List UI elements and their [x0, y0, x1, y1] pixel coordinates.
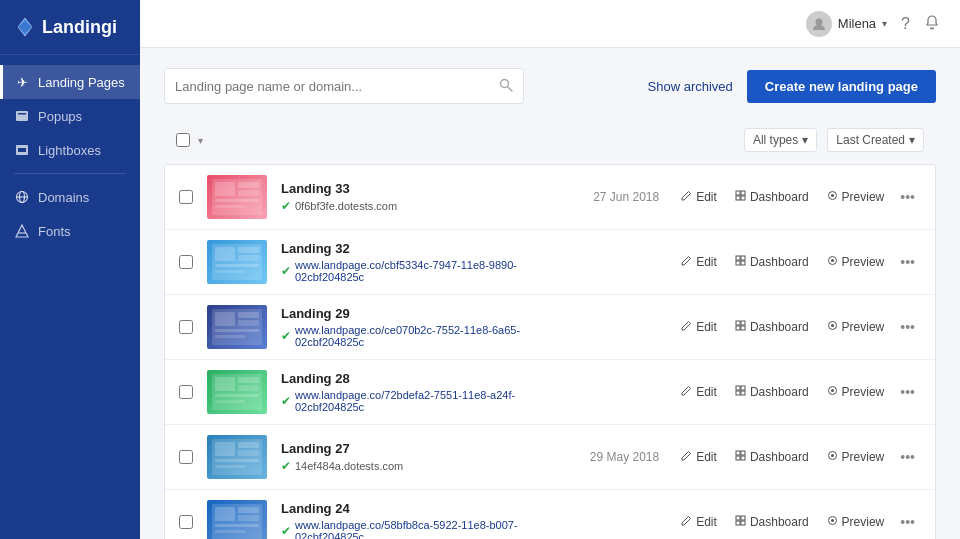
landing-actions: Edit Dashboard	[673, 379, 921, 405]
row-checkbox[interactable]	[179, 320, 193, 334]
select-all-checkbox[interactable]	[176, 133, 190, 147]
svg-rect-55	[215, 394, 259, 397]
domain-check-icon: ✔	[281, 329, 291, 343]
dashboard-icon	[735, 320, 746, 334]
preview-icon	[827, 515, 838, 529]
domain-plain: 14ef484a.dotests.com	[295, 460, 403, 472]
dashboard-label: Dashboard	[750, 255, 809, 269]
sidebar-divider	[14, 173, 126, 174]
svg-marker-9	[16, 225, 28, 237]
sidebar-item-lightboxes[interactable]: Lightboxes	[0, 133, 140, 167]
landing-pages-icon: ✈	[14, 74, 30, 90]
search-icon[interactable]	[499, 78, 513, 95]
notification-icon[interactable]	[924, 14, 940, 34]
edit-icon	[681, 320, 692, 334]
svg-rect-23	[736, 196, 740, 200]
show-archived-link[interactable]: Show archived	[648, 79, 733, 94]
domain-link[interactable]: www.landpage.co/ce070b2c-7552-11e8-6a65-…	[295, 324, 555, 348]
more-actions-button[interactable]: •••	[894, 444, 921, 470]
edit-icon	[681, 515, 692, 529]
landing-list: Landing 33 ✔ 0f6bf3fe.dotests.com 27 Jun…	[164, 164, 936, 539]
svg-rect-71	[736, 456, 740, 460]
dashboard-button[interactable]: Dashboard	[727, 250, 817, 274]
edit-button[interactable]: Edit	[673, 380, 725, 404]
dashboard-icon	[735, 255, 746, 269]
logo[interactable]: Landingi	[0, 0, 140, 55]
edit-label: Edit	[696, 255, 717, 269]
toolbar-right: Show archived Create new landing page	[648, 70, 936, 103]
svg-rect-67	[215, 459, 259, 462]
dashboard-button[interactable]: Dashboard	[727, 380, 817, 404]
edit-button[interactable]: Edit	[673, 250, 725, 274]
more-actions-button[interactable]: •••	[894, 314, 921, 340]
more-actions-button[interactable]: •••	[894, 184, 921, 210]
sidebar-item-domains[interactable]: Domains	[0, 180, 140, 214]
dashboard-button[interactable]: Dashboard	[727, 510, 817, 534]
landing-actions: Edit Dashboard	[673, 444, 921, 470]
more-actions-button[interactable]: •••	[894, 509, 921, 535]
edit-button[interactable]: Edit	[673, 445, 725, 469]
preview-button[interactable]: Preview	[819, 250, 893, 274]
search-input[interactable]	[175, 79, 499, 94]
sidebar-item-fonts[interactable]: Fonts	[0, 214, 140, 248]
svg-rect-34	[741, 256, 745, 260]
svg-rect-5	[18, 148, 26, 152]
domain-link[interactable]: www.landpage.co/72bdefa2-7551-11e8-a24f-…	[295, 389, 555, 413]
svg-point-38	[831, 259, 834, 262]
preview-label: Preview	[842, 385, 885, 399]
edit-button[interactable]: Edit	[673, 510, 725, 534]
svg-rect-83	[736, 521, 740, 525]
more-actions-button[interactable]: •••	[894, 379, 921, 405]
dashboard-button[interactable]: Dashboard	[727, 185, 817, 209]
row-checkbox[interactable]	[179, 515, 193, 529]
user-menu[interactable]: Milena ▾	[806, 11, 887, 37]
svg-rect-65	[238, 442, 259, 448]
filter-type-button[interactable]: All types ▾	[744, 128, 817, 152]
preview-button[interactable]: Preview	[819, 510, 893, 534]
landing-name: Landing 28	[281, 371, 555, 386]
dashboard-button[interactable]: Dashboard	[727, 445, 817, 469]
row-checkbox[interactable]	[179, 255, 193, 269]
preview-button[interactable]: Preview	[819, 315, 893, 339]
edit-label: Edit	[696, 190, 717, 204]
sidebar-item-label: Lightboxes	[38, 143, 101, 158]
svg-rect-57	[736, 386, 740, 390]
fonts-icon	[14, 223, 30, 239]
dashboard-button[interactable]: Dashboard	[727, 315, 817, 339]
landing-thumbnail	[207, 305, 267, 349]
edit-button[interactable]: Edit	[673, 315, 725, 339]
edit-button[interactable]: Edit	[673, 185, 725, 209]
row-checkbox[interactable]	[179, 190, 193, 204]
sidebar-item-popups[interactable]: Popups	[0, 99, 140, 133]
landing-domain: ✔ www.landpage.co/58bfb8ca-5922-11e8-b00…	[281, 519, 555, 539]
filter-sort-button[interactable]: Last Created ▾	[827, 128, 924, 152]
preview-button[interactable]: Preview	[819, 185, 893, 209]
more-actions-button[interactable]: •••	[894, 249, 921, 275]
sidebar-item-landing-pages[interactable]: ✈ Landing Pages	[0, 65, 140, 99]
preview-button[interactable]: Preview	[819, 380, 893, 404]
domain-link[interactable]: www.landpage.co/58bfb8ca-5922-11e8-b007-…	[295, 519, 555, 539]
chevron-down-icon: ▾	[198, 135, 203, 146]
logo-icon	[14, 16, 36, 38]
landing-thumbnail	[207, 435, 267, 479]
lightboxes-icon	[14, 142, 30, 158]
edit-icon	[681, 190, 692, 204]
toolbar: Show archived Create new landing page	[164, 68, 936, 104]
landing-actions: Edit Dashboard	[673, 184, 921, 210]
svg-rect-46	[741, 321, 745, 325]
landing-date: 29 May 2018	[569, 450, 659, 464]
help-icon[interactable]: ?	[901, 15, 910, 33]
svg-point-62	[831, 389, 834, 392]
svg-rect-60	[741, 391, 745, 395]
row-checkbox[interactable]	[179, 385, 193, 399]
svg-rect-45	[736, 321, 740, 325]
domain-link[interactable]: www.landpage.co/cbf5334c-7947-11e8-9890-…	[295, 259, 555, 283]
create-landing-button[interactable]: Create new landing page	[747, 70, 936, 103]
row-checkbox[interactable]	[179, 450, 193, 464]
svg-rect-77	[238, 507, 259, 513]
table-row: Landing 24 ✔ www.landpage.co/58bfb8ca-59…	[165, 490, 935, 539]
preview-button[interactable]: Preview	[819, 445, 893, 469]
landing-name: Landing 27	[281, 441, 555, 456]
svg-rect-54	[238, 385, 259, 391]
svg-rect-17	[238, 182, 259, 188]
